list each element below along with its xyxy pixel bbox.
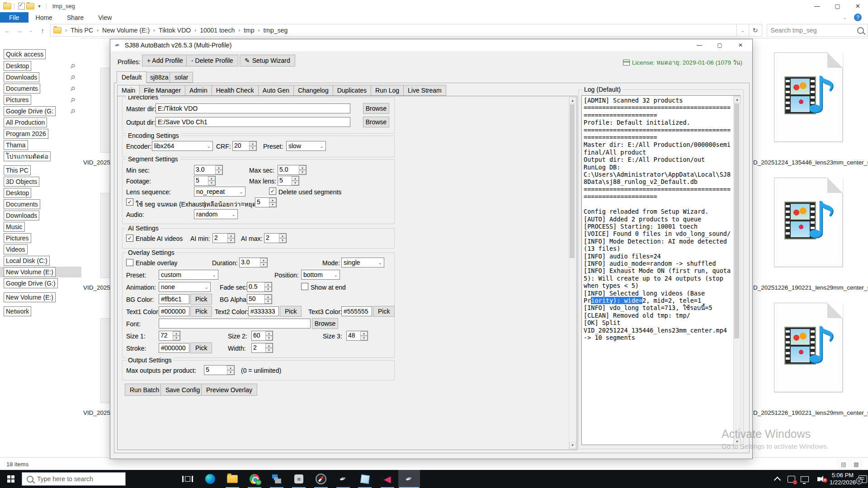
file-thumbnail-partial[interactable] — [100, 193, 110, 278]
taskbar-glass-app[interactable] — [354, 470, 376, 488]
explorer-minimize-button[interactable]: — — [807, 0, 827, 12]
sidebar-item-network[interactable]: Network — [0, 306, 81, 317]
fade-sec-stepper[interactable]: 0.5▲▼ — [247, 282, 272, 292]
size1-stepper[interactable]: 72▲▼ — [159, 331, 180, 341]
ribbon-tab-share[interactable]: Share — [60, 12, 91, 23]
details-view-icon[interactable]: ▤ — [838, 459, 849, 469]
ai-min-stepper[interactable]: 2▲▼ — [212, 233, 235, 243]
max-sec-stepper[interactable]: 5.0▲▼ — [278, 165, 307, 175]
dialog-close-button[interactable]: ✕ — [734, 41, 747, 50]
explorer-maximize-button[interactable]: ▢ — [827, 0, 848, 12]
help-icon[interactable]: ? — [854, 14, 862, 21]
sidebar-item-root-new-volume[interactable]: New Volume (E:) — [0, 292, 81, 303]
scroll-up-icon[interactable]: ▲ — [734, 96, 741, 103]
log-textarea[interactable]: [ADMIN] Scanned 32 products ============… — [581, 95, 741, 445]
sidebar-item-pc-documents[interactable]: ▤ Documents — [0, 199, 81, 210]
animation-select[interactable]: none⌄ — [159, 282, 211, 292]
setup-wizard-button[interactable]: ✎Setup Wizard — [240, 55, 295, 66]
master-dir-input[interactable]: E:/Tiktok VDO — [156, 103, 350, 113]
taskbar-wave-app[interactable]: ≈ — [288, 470, 310, 488]
stroke-pick-button[interactable]: Pick — [190, 343, 212, 353]
sidebar-item-pc-desktop[interactable]: Desktop — [0, 188, 81, 198]
lens-sequence-select[interactable]: no_repeat⌄ — [194, 187, 245, 197]
back-arrow-icon[interactable]: ← — [2, 24, 14, 36]
taskbar-edge[interactable] — [199, 470, 221, 488]
refresh-icon[interactable]: ↻ — [749, 24, 762, 37]
save-config-button[interactable]: Save Config — [160, 384, 205, 396]
sidebar-item-documents[interactable]: ▤ Documents ⚲ — [0, 83, 81, 94]
address-dropdown-chevron-icon[interactable]: ⌄ — [737, 24, 749, 37]
tray-network-icon[interactable] — [798, 470, 811, 488]
taskbar-file-explorer[interactable] — [222, 470, 243, 488]
sidebar-item-videos[interactable]: ▥ Videos — [0, 244, 81, 255]
sidebar-item-thama[interactable]: Thama — [0, 140, 81, 150]
stroke-color-input[interactable]: #000000 — [159, 343, 189, 353]
sidebar-item-desktop[interactable]: Desktop ⚲ — [0, 61, 81, 71]
text3-color-pick-button[interactable]: Pick — [373, 306, 395, 317]
dialog-minimize-button[interactable]: — — [693, 41, 706, 50]
dialog-titlebar[interactable]: ✒ SJ88 AutoBatch v26.5.3 (Multi-Profile)… — [110, 39, 752, 51]
enable-ai-videos-checkbox[interactable]: ✓ — [126, 235, 133, 242]
file-item[interactable]: ♪ — [769, 178, 859, 282]
tray-update-icon[interactable] — [785, 470, 797, 488]
exhaust-checkbox[interactable]: ✓ — [126, 198, 133, 206]
tab-run-log[interactable]: Run Log — [371, 85, 404, 96]
scrollbar-thumb[interactable] — [734, 103, 739, 338]
taskbar-chrome[interactable]: SJ — [244, 470, 265, 488]
width-stepper[interactable]: 2▲▼ — [251, 343, 273, 353]
forward-arrow-icon[interactable]: → — [14, 24, 25, 36]
sidebar-item-music[interactable]: ♪ Music — [0, 221, 81, 232]
sidebar-item-google-drive[interactable]: Google Drive (G: ⚲ — [0, 106, 81, 117]
sidebar-item-quick-access[interactable]: ★ Quick access — [0, 49, 81, 60]
footage-stepper[interactable]: 5▲▼ — [194, 176, 216, 186]
recent-locations-chevron-icon[interactable]: ⌄ — [25, 24, 37, 36]
sidebar-item-pc-pictures[interactable]: Pictures — [0, 233, 81, 244]
taskbar-search-input[interactable]: Type here to search — [22, 472, 126, 486]
breadcrumb-this-pc[interactable]: This PC — [68, 27, 96, 34]
sidebar-item-pc-google-drive[interactable]: Google Drive (G:) — [0, 278, 81, 289]
font-browse-button[interactable]: Browse — [312, 318, 338, 329]
explorer-close-button[interactable]: ✕ — [848, 0, 868, 12]
crf-stepper[interactable]: 20▲▼ — [232, 141, 257, 151]
file-label[interactable]: D_20251226_190221_lens29mm_center_seg000… — [753, 284, 868, 291]
file-thumbnail-partial[interactable] — [100, 318, 110, 403]
start-button[interactable] — [0, 470, 22, 488]
tray-volume-icon[interactable]: ✕ — [812, 470, 826, 488]
ov-preset-select[interactable]: custom⌄ — [159, 270, 218, 280]
preview-overlay-button[interactable]: Preview Overlay — [201, 384, 257, 396]
delete-profile-button[interactable]: - Delete Profile — [186, 55, 238, 66]
form-scrollbar[interactable]: ▲ ▼ — [569, 97, 576, 449]
text2-color-input[interactable]: #333333 — [248, 306, 279, 316]
position-select[interactable]: bottom⌄ — [301, 270, 340, 280]
breadcrumb-tiktok-vdo[interactable]: Tiktok VDO — [156, 27, 193, 34]
task-view-button[interactable] — [177, 470, 198, 488]
bg-alpha-stepper[interactable]: 50▲▼ — [247, 294, 272, 304]
text2-color-pick-button[interactable]: Pick — [280, 306, 302, 317]
text1-color-pick-button[interactable]: Pick — [190, 306, 212, 317]
action-center-button[interactable]: 1 — [857, 470, 868, 488]
text3-color-input[interactable]: #555555 — [341, 306, 372, 316]
log-scrollbar[interactable]: ▲ ▼ — [733, 96, 741, 446]
encoder-select[interactable]: libx264⌄ — [152, 141, 213, 151]
sidebar-item-program-tadto[interactable]: ▣ โปรแกรมตัดต่อ — [0, 151, 81, 162]
scroll-up-icon[interactable]: ▲ — [569, 97, 576, 104]
new-folder-icon[interactable] — [26, 2, 35, 10]
properties-check-icon[interactable] — [17, 2, 26, 10]
taskbar-autobatch-app[interactable]: ✒ — [398, 470, 420, 488]
breadcrumb[interactable]: › This PC › New Volume (E:) › Tiktok VDO… — [50, 24, 737, 37]
tab-live-stream[interactable]: Live Stream — [403, 85, 446, 96]
sidebar-item-pc-downloads[interactable]: ↓ Downloads — [0, 210, 81, 221]
tab-auto-gen[interactable]: Auto Gen — [258, 85, 294, 96]
scroll-down-icon[interactable]: ▼ — [734, 438, 741, 445]
output-dir-input[interactable]: E:/Save VDo Ch1 — [156, 117, 350, 127]
file-item[interactable]: ♪ — [769, 303, 859, 408]
sidebar-item-all-production[interactable]: All Production — [0, 117, 81, 128]
profile-tab-solar[interactable]: solar — [170, 72, 193, 83]
tab-changelog[interactable]: Changelog — [293, 85, 333, 96]
breadcrumb-tmp[interactable]: tmp — [241, 27, 257, 34]
file-label[interactable]: D_20251224_135446_lens23mm_center_seg000… — [753, 159, 868, 166]
taskbar-media-app[interactable]: ◀ — [377, 470, 398, 488]
sidebar-item-new-volume-e[interactable]: New Volume (E:) — [0, 267, 81, 277]
size3-stepper[interactable]: 48▲▼ — [346, 331, 368, 341]
bg-color-input[interactable]: #ffb6c1 — [159, 294, 189, 304]
